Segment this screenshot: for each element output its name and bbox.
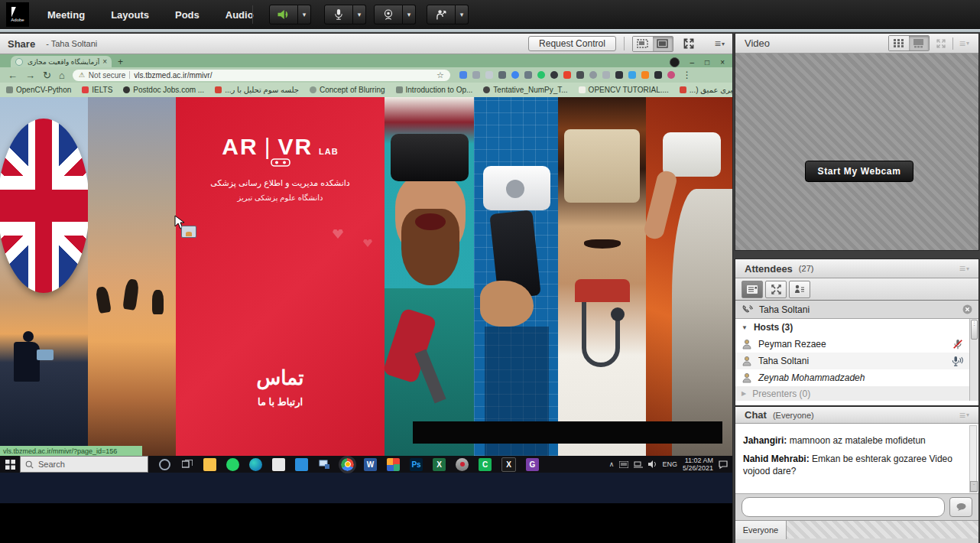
chat-input-row (735, 494, 978, 520)
share-cursor-badge-icon (181, 226, 196, 238)
menu-meeting[interactable]: Meeting (47, 9, 85, 21)
attendee-row[interactable]: Zeynab Mohammadzadeh (735, 369, 969, 386)
menu-layouts[interactable]: Layouts (111, 9, 149, 21)
ext-icon (537, 71, 545, 79)
active-speaker-row[interactable]: Taha Soltani (735, 301, 978, 319)
attendee-row[interactable]: Peyman Rezaee (735, 336, 969, 353)
mic-button[interactable] (324, 5, 353, 24)
white-headset-graphic (663, 132, 721, 177)
menu-audio[interactable]: Audio (226, 9, 254, 21)
menu-pods[interactable]: Pods (175, 9, 200, 21)
arvr-lab-panel: AR | VR LAB دانشکده مدیریت و اطلاع رسانی… (176, 97, 385, 456)
toolbar-divider (252, 5, 253, 24)
speaker-dropdown[interactable]: ▾ (298, 5, 311, 24)
filmstrip-view-toggle[interactable] (909, 36, 929, 50)
scrollbar-thumb[interactable]: - (970, 481, 978, 492)
camtasia-icon: C (479, 458, 492, 471)
browser-profile-icon (670, 57, 680, 67)
vr-goggles-icon (176, 158, 385, 167)
dismiss-speaker-icon[interactable] (962, 304, 972, 314)
active-speaker-name: Taha Soltani (759, 304, 810, 315)
bookmark-item: Introduction to Op... (396, 86, 473, 94)
share-pod-menu[interactable]: ≡ ▾ (715, 40, 725, 47)
collapse-triangle-icon: ▼ (741, 324, 748, 331)
file-explorer-icon (203, 458, 216, 471)
attendees-scrollbar[interactable]: ⋮ (969, 319, 978, 401)
chat-pod: Chat (Everyone) ≡ ▾ Jahangiri: mamnoon a… (735, 407, 978, 543)
fake-mustache-graphic (584, 239, 621, 249)
attendees-pod: Attendees (27) ≡ ▾ Taha Soltani (735, 259, 978, 405)
ext-icon (563, 71, 571, 79)
attendee-row[interactable]: Taha Soltani (735, 353, 969, 369)
chat-input[interactable] (741, 497, 945, 517)
photo-strip-vr-man (385, 97, 474, 456)
chrome-icon (341, 458, 354, 471)
mic-dropdown[interactable]: ▾ (353, 5, 366, 24)
photo-strip-uk (0, 97, 88, 456)
excel-icon: X (433, 458, 446, 471)
attendee-name: Taha Soltani (758, 356, 809, 366)
ext-icon (550, 71, 558, 79)
hosts-group-row[interactable]: ▼ Hosts (3) (735, 319, 969, 336)
bookmark-item: Concept of Blurring (310, 86, 385, 94)
scrollbar-thumb[interactable]: ⋮ (971, 320, 978, 340)
dept-line2: دانشگاه علوم پزشکی تبریز (176, 193, 385, 202)
ext-icon (511, 71, 519, 79)
fit-page-toggle[interactable] (633, 37, 653, 51)
grid-view-toggle[interactable] (889, 36, 909, 50)
attendee-status-view-button[interactable] (789, 281, 810, 298)
request-control-button[interactable]: Request Control (528, 36, 616, 51)
bookmark-item: OPENCV TUTORIAL.... (579, 86, 669, 94)
taskbar-clock: 11:02 AM 5/26/2021 (683, 457, 713, 472)
mic-muted-icon (952, 339, 963, 350)
store-icon (272, 458, 285, 471)
windows-taskbar: Search W Ps X C (0, 456, 732, 473)
expand-triangle-icon: ▶ (741, 390, 746, 397)
chat-scrollbar[interactable]: - (969, 425, 977, 493)
xsplit-icon: X (501, 457, 516, 472)
extension-icons (459, 71, 675, 79)
photoshop-icon: Ps (410, 458, 423, 471)
chat-tab-everyone[interactable]: Everyone (735, 521, 787, 539)
network-icon (634, 460, 643, 468)
webcam-button-group: ▾ (374, 5, 416, 24)
fit-width-toggle[interactable] (653, 37, 673, 51)
attendees-pod-menu: ≡ ▾ (959, 265, 969, 272)
edge-icon (249, 458, 262, 471)
chat-message: Jahangiri: mamnoon az matalebe mofidetun (743, 434, 962, 447)
presenters-group-row[interactable]: ▶ Presenters (0) (735, 386, 969, 401)
ext-icon (641, 71, 649, 79)
vr-headset-graphic (391, 134, 469, 181)
mic-icon (333, 8, 344, 21)
word-icon: W (364, 458, 377, 471)
bookmark-star-icon: ☆ (436, 70, 444, 80)
task-view-icon (180, 458, 193, 471)
redacted-box (413, 421, 547, 444)
send-message-button[interactable] (949, 497, 972, 517)
raise-hand-button[interactable] (427, 5, 456, 24)
share-presenter-label: - Taha Soltani (46, 39, 97, 48)
browser-tab: آزمایشگاه واقعیت مجازی و افزوده × (11, 56, 112, 67)
person-icon (741, 339, 752, 350)
photos-mosaic-icon (387, 458, 400, 471)
video-pod-menu: ≡ ▾ (959, 40, 969, 47)
webcam-icon (382, 8, 394, 21)
start-webcam-button[interactable]: Start My Webcam (805, 161, 913, 182)
speaker-button[interactable] (269, 5, 298, 24)
browser-menu-icon: ⋮ (683, 70, 692, 80)
top-menu-bar: Adobe Meeting Layouts Pods Audio ▾ ▾ (0, 0, 980, 30)
contact-title: تماس (176, 366, 385, 390)
camera-app-icon (456, 458, 469, 471)
webcam-dropdown[interactable]: ▾ (403, 5, 416, 24)
webcam-button[interactable] (374, 5, 403, 24)
bookmark-item: OpenCV-Python (6, 86, 71, 94)
bookmarks-bar: OpenCV-Python IELTS Postdoc Jobs.com ...… (0, 83, 732, 97)
raise-hand-dropdown[interactable]: ▾ (456, 5, 469, 24)
breakout-view-button[interactable] (765, 281, 787, 298)
chat-sender: Jahangiri: (743, 435, 787, 446)
fullscreen-icon[interactable] (683, 37, 695, 50)
new-tab-icon: + (118, 57, 123, 67)
attendee-list-view-button[interactable] (741, 281, 763, 298)
video-pod-body: Start My Webcam (735, 54, 978, 250)
window-maximize-icon: □ (705, 58, 709, 67)
